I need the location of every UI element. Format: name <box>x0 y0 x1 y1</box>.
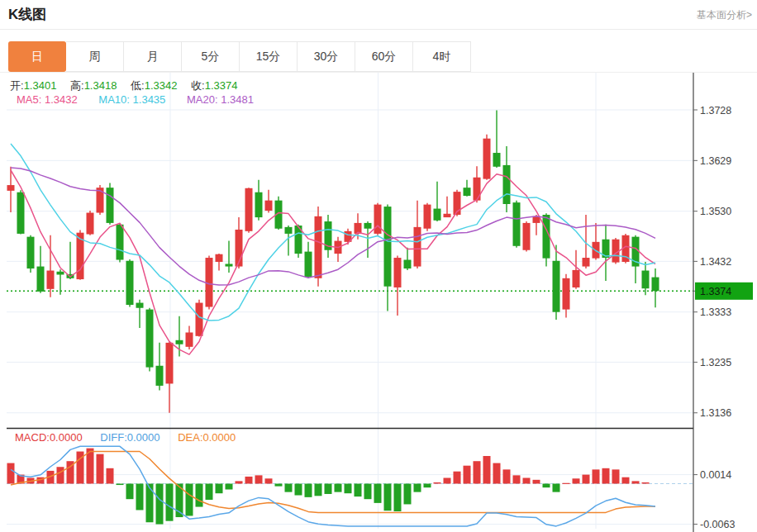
close-value: 1.3374 <box>205 79 238 92</box>
price-tick-label: 1.3136 <box>700 407 731 419</box>
axis-labels: 1.37281.36291.35301.34321.33331.32351.31… <box>693 105 735 531</box>
ma10-legend: MA10: 1.3435 <box>98 93 165 106</box>
high-label: 高: <box>70 79 84 92</box>
price-tick-label: 1.3333 <box>700 306 731 318</box>
low-label: 低: <box>131 79 145 92</box>
dea-value-legend: DEA:0.0000 <box>178 431 236 444</box>
ma5-legend: MA5: 1.3432 <box>17 93 78 106</box>
price-tick-label: 1.3432 <box>700 256 731 268</box>
price-tick-label: 1.3530 <box>700 206 731 217</box>
ohlc-legend: 开:1.3401 高:1.3418 低:1.3342 收:1.3374 <box>10 78 248 93</box>
macd-legend: MACD:0.0000 DIFF:0.0000 DEA:0.0000 <box>15 431 236 444</box>
macd-tick-label: -0.0063 <box>700 519 735 530</box>
low-value: 1.3342 <box>145 79 178 92</box>
open-label: 开: <box>10 79 24 92</box>
ma-legend: MA5: 1.3432 MA10: 1.3435 MA20: 1.3481 <box>17 93 254 106</box>
high-value: 1.3418 <box>84 79 117 92</box>
macd-value-legend: MACD:0.0000 <box>15 431 83 444</box>
diff-value-legend: DIFF:0.0000 <box>100 431 159 444</box>
current-price-badge-label: 1.3374 <box>700 286 731 297</box>
close-label: 收: <box>191 79 205 92</box>
open-value: 1.3401 <box>24 79 57 92</box>
price-tick-label: 1.3629 <box>700 155 731 167</box>
ma20-legend: MA20: 1.3481 <box>187 93 254 106</box>
price-tick-label: 1.3235 <box>700 357 731 368</box>
macd-tick-label: 0.0014 <box>700 469 731 481</box>
price-tick-label: 1.3728 <box>700 105 731 116</box>
gridlines <box>7 73 693 529</box>
